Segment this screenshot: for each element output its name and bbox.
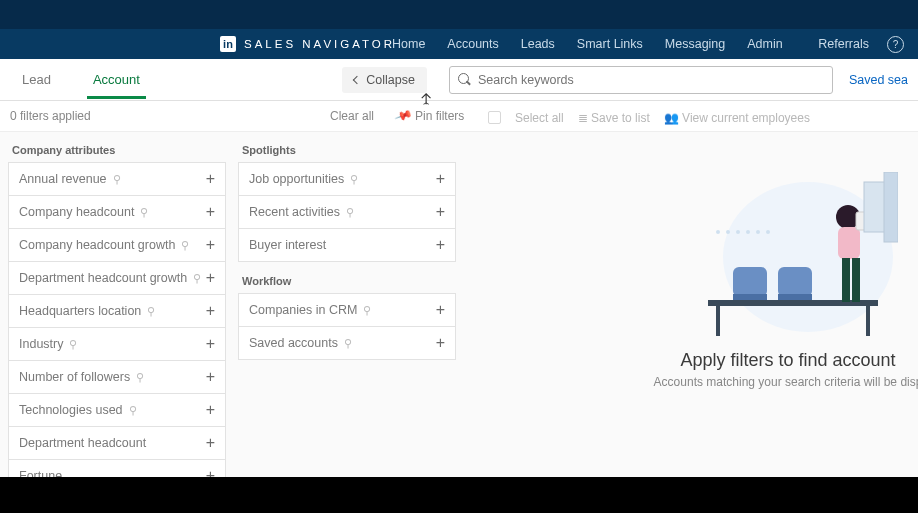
thumbtack-icon: ⚲	[350, 173, 358, 186]
thumbtack-icon: ⚲	[69, 338, 77, 351]
thumbtack-icon: ⚲	[346, 206, 354, 219]
svg-rect-8	[716, 306, 720, 336]
filters-applied-count: 0 filters applied	[10, 109, 91, 123]
svg-point-5	[756, 230, 760, 234]
filter-company-7[interactable]: Technologies used⚲+	[8, 393, 226, 427]
svg-point-4	[746, 230, 750, 234]
plus-icon: +	[206, 203, 215, 221]
select-all-checkbox[interactable]	[488, 111, 501, 124]
svg-rect-20	[884, 172, 898, 242]
filter-company-4[interactable]: Headquarters location⚲+	[8, 294, 226, 328]
thumbtack-icon: ⚲	[181, 239, 189, 252]
filter-label: Headquarters location	[19, 304, 141, 318]
thumbtack-icon: ⚲	[193, 272, 201, 285]
thumbtack-icon: ⚲	[344, 337, 352, 350]
plus-icon: +	[436, 334, 445, 352]
nav-leads[interactable]: Leads	[521, 37, 555, 51]
svg-rect-12	[778, 267, 812, 297]
nav-admin[interactable]: Admin	[747, 37, 782, 51]
tab-lead[interactable]: Lead	[16, 61, 57, 99]
filter-label: Saved accounts	[249, 336, 338, 350]
saved-searches-link[interactable]: Saved sea	[849, 73, 908, 87]
filter-spotlight-2[interactable]: Buyer interest+	[238, 228, 456, 262]
filter-label: Department headcount	[19, 436, 146, 450]
empty-state: Apply filters to find account Accounts m…	[648, 172, 918, 389]
svg-point-2	[726, 230, 730, 234]
view-current-employees-label: View current employees	[682, 111, 810, 125]
collapse-button[interactable]: Collapse	[342, 67, 427, 93]
filter-column-company-attributes: Company attributes Annual revenue⚲+Compa…	[8, 140, 226, 469]
filter-company-3[interactable]: Department headcount growth⚲+	[8, 261, 226, 295]
search-wrapper	[449, 66, 833, 94]
svg-rect-10	[733, 267, 767, 297]
filter-label: Department headcount growth	[19, 271, 187, 285]
filter-workflow-0[interactable]: Companies in CRM⚲+	[238, 293, 456, 327]
filter-spotlight-1[interactable]: Recent activities⚲+	[238, 195, 456, 229]
plus-icon: +	[206, 170, 215, 188]
filter-label: Companies in CRM	[249, 303, 357, 317]
brand-title: SALES NAVIGATOR	[244, 38, 395, 50]
filter-company-1[interactable]: Company headcount⚲+	[8, 195, 226, 229]
filter-company-6[interactable]: Number of followers⚲+	[8, 360, 226, 394]
list-icon: ≣	[578, 111, 591, 125]
filter-company-5[interactable]: Industry⚲+	[8, 327, 226, 361]
thumbtack-icon: ⚲	[147, 305, 155, 318]
clear-all-button[interactable]: Clear all	[330, 109, 374, 123]
nav-referrals[interactable]: Referrals	[818, 37, 869, 51]
svg-rect-16	[842, 258, 850, 302]
subbar: Lead Account Collapse Saved sea	[0, 59, 918, 101]
search-input[interactable]	[449, 66, 833, 94]
save-to-list-label: Save to list	[591, 111, 650, 125]
filter-company-2[interactable]: Company headcount growth⚲+	[8, 228, 226, 262]
filter-spotlight-0[interactable]: Job opportunities⚲+	[238, 162, 456, 196]
pin-filters-button[interactable]: 📌Pin filters	[396, 109, 464, 123]
svg-rect-15	[838, 227, 860, 259]
thumbtack-icon: ⚲	[113, 173, 121, 186]
filter-company-8[interactable]: Department headcount+	[8, 426, 226, 460]
nav-messaging[interactable]: Messaging	[665, 37, 725, 51]
filter-label: Recent activities	[249, 205, 340, 219]
plus-icon: +	[206, 269, 215, 287]
collapse-label: Collapse	[366, 73, 415, 87]
people-icon: 👥	[664, 111, 682, 125]
filter-workflow-1[interactable]: Saved accounts⚲+	[238, 326, 456, 360]
nav-home[interactable]: Home	[392, 37, 425, 51]
save-to-list-button[interactable]: ≣ Save to list	[578, 111, 650, 125]
thumbtack-icon: ⚲	[140, 206, 148, 219]
nav-links: Home Accounts Leads Smart Links Messagin…	[392, 37, 783, 51]
plus-icon: +	[436, 203, 445, 221]
results-toolbar: Select all ≣ Save to list 👥 View current…	[478, 104, 918, 132]
svg-rect-17	[852, 258, 860, 302]
svg-point-6	[766, 230, 770, 234]
chevron-left-icon	[353, 75, 361, 83]
plus-icon: +	[436, 170, 445, 188]
svg-rect-13	[778, 294, 812, 300]
plus-icon: +	[206, 368, 215, 386]
select-all-label: Select all	[515, 111, 564, 125]
help-icon[interactable]: ?	[887, 36, 904, 53]
bottom-blackbar	[0, 477, 918, 513]
view-current-employees-button[interactable]: 👥 View current employees	[664, 111, 810, 125]
thumbtack-icon: ⚲	[136, 371, 144, 384]
results-area: Apply filters to find account Accounts m…	[464, 132, 918, 477]
tab-account[interactable]: Account	[87, 61, 146, 99]
empty-title: Apply filters to find account	[648, 350, 918, 371]
thumbtack-icon: ⚲	[363, 304, 371, 317]
brand: in SALES NAVIGATOR	[220, 36, 395, 52]
plus-icon: +	[206, 236, 215, 254]
search-type-tabs: Lead Account	[16, 61, 146, 99]
filters-panel: Company attributes Annual revenue⚲+Compa…	[0, 132, 464, 477]
filter-label: Company headcount	[19, 205, 134, 219]
nav-accounts[interactable]: Accounts	[447, 37, 498, 51]
empty-subtitle: Accounts matching your search criteria w…	[648, 375, 918, 389]
filter-column-right: Spotlights Job opportunities⚲+Recent act…	[238, 140, 456, 469]
nav-smart-links[interactable]: Smart Links	[577, 37, 643, 51]
svg-point-1	[716, 230, 720, 234]
filter-company-0[interactable]: Annual revenue⚲+	[8, 162, 226, 196]
navbar: in SALES NAVIGATOR Home Accounts Leads S…	[0, 29, 918, 59]
group-title-workflow: Workflow	[238, 271, 456, 293]
filter-label: Number of followers	[19, 370, 130, 384]
linkedin-logo-icon: in	[220, 36, 236, 52]
thumbtack-icon: ⚲	[129, 404, 137, 417]
pin-icon: 📌	[394, 106, 414, 125]
